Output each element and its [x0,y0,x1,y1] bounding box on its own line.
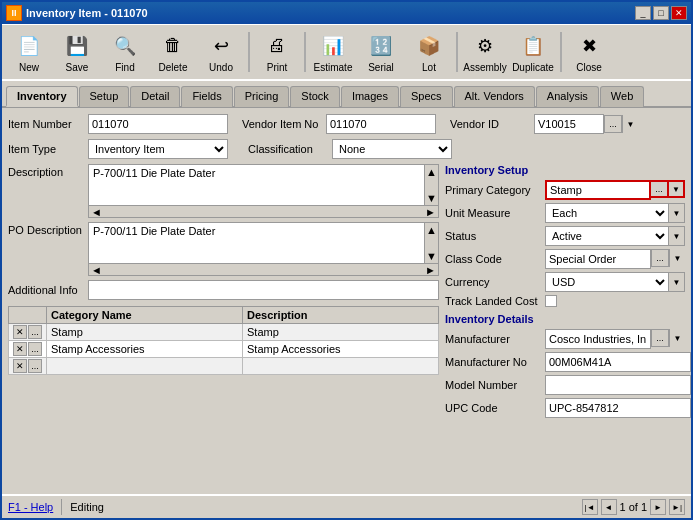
scroll-down-icon[interactable]: ▼ [426,192,437,204]
unit-measure-select[interactable]: Each [546,204,668,222]
maximize-button[interactable]: □ [653,6,669,20]
serial-button[interactable]: 🔢 Serial [358,28,404,76]
additional-info-label: Additional Info [8,284,88,296]
currency-select[interactable]: USD [546,273,668,291]
row-3-description[interactable] [243,358,439,375]
vendor-id-dropdown-button[interactable]: ▼ [622,115,638,133]
po-hscroll-left-icon[interactable]: ◄ [91,264,102,276]
status-dropdown-arrow[interactable]: ▼ [668,227,684,245]
vendor-item-no-input[interactable] [326,114,436,134]
row-1-description[interactable]: Stamp [243,324,439,341]
class-code-dropdown-button[interactable]: ▼ [669,249,685,267]
assembly-icon: ⚙ [471,32,499,60]
print-button[interactable]: 🖨 Print [254,28,300,76]
tab-web[interactable]: Web [600,86,644,107]
table-row: ✕ ... Stamp Stamp [9,324,439,341]
upc-code-input[interactable] [545,398,691,418]
class-code-browse-button[interactable]: ... [651,249,669,267]
classification-select[interactable]: None [333,140,451,158]
first-page-button[interactable]: |◄ [582,499,598,515]
row-2-delete-button[interactable]: ✕ [13,342,27,356]
row-2-category-name[interactable]: Stamp Accessories [47,341,243,358]
po-description-text[interactable]: P-700/11 Die Plate Dater [89,223,438,263]
help-link[interactable]: F1 - Help [8,501,53,513]
primary-category-dropdown-button[interactable]: ▼ [669,180,685,198]
description-box[interactable]: P-700/11 Die Plate Dater ▲ ▼ [88,164,439,206]
currency-dropdown[interactable]: USD ▼ [545,272,685,292]
row-3-browse-button[interactable]: ... [28,359,42,373]
class-code-input[interactable] [545,249,651,269]
assembly-button[interactable]: ⚙ Assembly [462,28,508,76]
row-2-browse-button[interactable]: ... [28,342,42,356]
tab-fields[interactable]: Fields [181,86,232,107]
po-scroll-up-icon[interactable]: ▲ [426,224,437,236]
currency-dropdown-arrow[interactable]: ▼ [668,273,684,291]
tab-stock[interactable]: Stock [290,86,340,107]
manufacturer-browse-button[interactable]: ... [651,329,669,347]
tab-pricing[interactable]: Pricing [234,86,290,107]
tab-analysis[interactable]: Analysis [536,86,599,107]
po-description-scrollbar[interactable]: ▲ ▼ [424,223,438,263]
find-button[interactable]: 🔍 Find [102,28,148,76]
model-number-input[interactable] [545,375,691,395]
next-page-button[interactable]: ► [650,499,666,515]
delete-button[interactable]: 🗑 Delete [150,28,196,76]
manufacturer-input[interactable] [545,329,651,349]
save-button[interactable]: 💾 Save [54,28,100,76]
item-type-dropdown[interactable]: Inventory Item [88,139,228,159]
tab-specs[interactable]: Specs [400,86,453,107]
row-1-category-name[interactable]: Stamp [47,324,243,341]
status-dropdown[interactable]: Active ▼ [545,226,685,246]
hscroll-right-icon[interactable]: ► [425,206,436,218]
estimate-button[interactable]: 📊 Estimate [310,28,356,76]
primary-category-browse-button[interactable]: ... [651,180,669,198]
vendor-id-input[interactable] [534,114,604,134]
manufacturer-no-input[interactable] [545,352,691,372]
lot-button[interactable]: 📦 Lot [406,28,452,76]
undo-button[interactable]: ↩ Undo [198,28,244,76]
tab-altvendors[interactable]: Alt. Vendors [454,86,535,107]
minimize-button[interactable]: _ [635,6,651,20]
item-number-row: Item Number Vendor Item No Vendor ID ...… [8,114,685,134]
unit-measure-dropdown-arrow[interactable]: ▼ [668,204,684,222]
hscroll-left-icon[interactable]: ◄ [91,206,102,218]
primary-category-row: Primary Category ... ▼ [445,180,685,200]
item-number-input[interactable] [88,114,228,134]
po-scroll-down-icon[interactable]: ▼ [426,250,437,262]
tab-inventory[interactable]: Inventory [6,86,78,107]
save-icon: 💾 [63,32,91,60]
po-hscroll[interactable]: ◄ ► [88,264,439,276]
status-select[interactable]: Active [546,227,668,245]
po-hscroll-right-icon[interactable]: ► [425,264,436,276]
row-1-browse-button[interactable]: ... [28,325,42,339]
tab-images[interactable]: Images [341,86,399,107]
row-1-delete-button[interactable]: ✕ [13,325,27,339]
additional-info-input[interactable] [88,280,439,300]
description-hscroll[interactable]: ◄ ► [88,206,439,218]
classification-dropdown[interactable]: None [332,139,452,159]
scroll-up-icon[interactable]: ▲ [426,166,437,178]
row-3-delete-button[interactable]: ✕ [13,359,27,373]
unit-measure-dropdown[interactable]: Each ▼ [545,203,685,223]
row-3-category-name[interactable] [47,358,243,375]
manufacturer-no-row: Manufacturer No [445,352,685,372]
tab-setup[interactable]: Setup [79,86,130,107]
status-separator [61,499,62,515]
vendor-id-browse-button[interactable]: ... [604,115,622,133]
prev-page-button[interactable]: ◄ [601,499,617,515]
row-2-description[interactable]: Stamp Accessories [243,341,439,358]
close-window-button[interactable]: ✕ [671,6,687,20]
po-description-container: P-700/11 Die Plate Dater ▲ ▼ ◄ ► [88,222,439,276]
last-page-button[interactable]: ►| [669,499,685,515]
item-type-select[interactable]: Inventory Item [89,140,227,158]
close-button[interactable]: ✖ Close [566,28,612,76]
description-text[interactable]: P-700/11 Die Plate Dater [89,165,438,205]
manufacturer-dropdown-button[interactable]: ▼ [669,329,685,347]
new-button[interactable]: 📄 New [6,28,52,76]
duplicate-button[interactable]: 📋 Duplicate [510,28,556,76]
track-landed-cost-checkbox[interactable] [545,295,557,307]
primary-category-input[interactable] [545,180,651,200]
po-description-box[interactable]: P-700/11 Die Plate Dater ▲ ▼ [88,222,439,264]
tab-detail[interactable]: Detail [130,86,180,107]
description-scrollbar[interactable]: ▲ ▼ [424,165,438,205]
